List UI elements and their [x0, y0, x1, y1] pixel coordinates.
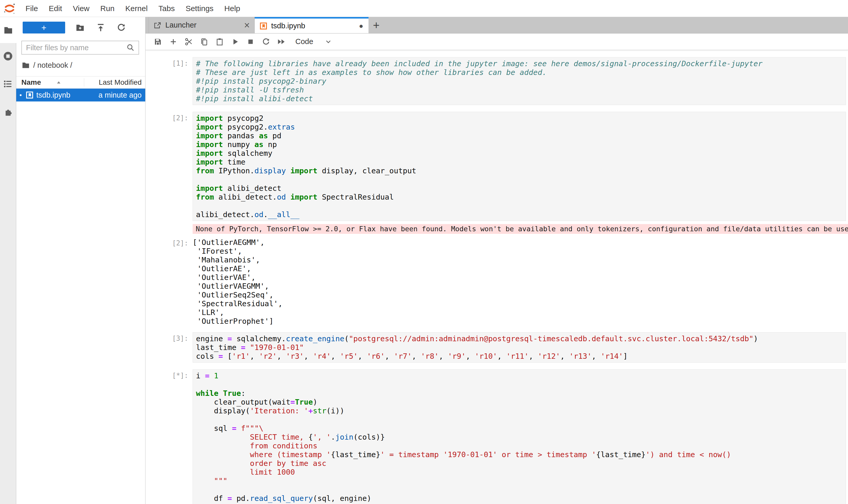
file-modified: a minute ago — [98, 91, 145, 100]
run-cell-button[interactable] — [231, 37, 240, 46]
notebook-scroll-area[interactable]: [1]:# The following libraries have alrea… — [145, 50, 848, 504]
code-cell-editor[interactable]: engine = sqlalchemy.create_engine("postg… — [193, 332, 846, 363]
code-cell-editor[interactable]: import psycopg2import psycopg2.extrasimp… — [193, 112, 846, 221]
tab-launcher[interactable]: Launcher × — [149, 17, 255, 33]
notebook-icon — [259, 22, 268, 30]
jupyterlab-app: FileEditViewRunKernelTabsSettingsHelp — [0, 0, 848, 504]
notebook-cell: [2]:import psycopg2import psycopg2.extra… — [145, 112, 848, 325]
file-filter-input[interactable] — [26, 43, 126, 52]
file-browser-toolbar: + — [16, 21, 145, 34]
launcher-icon — [154, 21, 162, 29]
restart-run-all-button[interactable] — [277, 37, 286, 46]
restart-kernel-button[interactable] — [261, 37, 271, 46]
paste-cells-button[interactable] — [215, 37, 224, 46]
notebook-icon — [25, 91, 34, 99]
save-button[interactable] — [153, 37, 162, 46]
menu-help[interactable]: Help — [219, 0, 246, 17]
breadcrumb-path: / notebook / — [33, 61, 72, 70]
running-kernels-tab-icon[interactable] — [2, 51, 14, 62]
menu-settings[interactable]: Settings — [180, 0, 219, 17]
input-prompt: [1]: — [145, 57, 193, 105]
tab-close-icon[interactable]: × — [244, 21, 250, 29]
main-row: + / notebook / — [0, 17, 848, 504]
notebook-toolbar-buttons — [153, 37, 292, 46]
dock-tab-bar: Launcher × tsdb.ipynb ● + — [145, 17, 848, 34]
copy-cells-button[interactable] — [200, 37, 209, 46]
interrupt-kernel-button[interactable] — [246, 37, 255, 46]
insert-cell-below-button[interactable] — [169, 37, 178, 46]
jupyter-logo-icon — [3, 2, 16, 15]
cut-cells-button[interactable] — [184, 37, 193, 46]
chevron-down-icon — [324, 38, 332, 46]
menu-bar: FileEditViewRunKernelTabsSettingsHelp — [0, 0, 848, 17]
stderr-warning-output: None of PyTorch, TensorFlow >= 2.0, or F… — [193, 224, 848, 234]
tab-tsdb-notebook[interactable]: tsdb.ipynb ● — [255, 17, 368, 33]
file-row[interactable]: •tsdb.ipynba minute ago — [16, 89, 145, 102]
menu-tabs[interactable]: Tabs — [153, 0, 180, 17]
menu-file[interactable]: File — [20, 0, 43, 17]
input-prompt: [*]: — [145, 369, 193, 504]
upload-button[interactable] — [95, 22, 106, 33]
extension-manager-tab-icon[interactable] — [2, 106, 14, 118]
notebook-cell: [3]:engine = sqlalchemy.create_engine("p… — [145, 332, 848, 363]
file-listing-header: Name Last Modified — [16, 76, 145, 89]
refresh-button[interactable] — [115, 22, 127, 33]
menu-view[interactable]: View — [68, 0, 95, 17]
file-filter-box — [21, 41, 139, 55]
cell-type-value: Code — [295, 37, 313, 46]
column-header-modified[interactable]: Last Modified — [84, 78, 145, 87]
new-tab-button[interactable]: + — [368, 17, 384, 33]
output-prompt-empty — [145, 224, 193, 234]
notebook-toolbar: Code — [145, 34, 848, 50]
sort-ascending-icon — [55, 79, 62, 86]
input-prompt: [2]: — [145, 112, 193, 221]
file-browser-tab-icon[interactable] — [3, 24, 14, 36]
menu-run[interactable]: Run — [95, 0, 120, 17]
new-launcher-button[interactable]: + — [23, 22, 65, 34]
new-folder-button[interactable] — [74, 22, 86, 33]
search-icon — [126, 43, 135, 52]
main-dock-panel: Launcher × tsdb.ipynb ● + Code — [145, 17, 848, 504]
menu-items: FileEditViewRunKernelTabsSettingsHelp — [20, 0, 246, 17]
folder-icon — [21, 61, 30, 70]
table-of-contents-tab-icon[interactable] — [2, 78, 14, 90]
breadcrumb[interactable]: / notebook / — [16, 61, 145, 70]
unsaved-file-dot: • — [17, 91, 24, 99]
unsaved-changes-dot[interactable]: ● — [359, 22, 363, 30]
notebook-cell: [*]:i = 1 while True: clear_output(wait=… — [145, 369, 848, 504]
tab-notebook-label: tsdb.ipynb — [271, 22, 305, 30]
cell-type-dropdown[interactable]: Code — [295, 37, 332, 46]
file-listing: •tsdb.ipynba minute ago — [16, 89, 145, 102]
tab-launcher-label: Launcher — [165, 21, 197, 29]
input-prompt: [3]: — [145, 332, 193, 363]
menu-edit[interactable]: Edit — [43, 0, 68, 17]
menu-kernel[interactable]: Kernel — [120, 0, 153, 17]
left-activity-bar — [0, 17, 16, 504]
code-cell-editor[interactable]: i = 1 while True: clear_output(wait=True… — [193, 369, 846, 504]
execute-result-output: ['OutlierAEGMM', 'IForest', 'Mahalanobis… — [193, 237, 848, 325]
file-browser-panel: + / notebook / — [16, 17, 145, 504]
notebook-cell: [1]:# The following libraries have alrea… — [145, 57, 848, 105]
column-header-name[interactable]: Name — [16, 78, 84, 87]
output-prompt: [2]: — [145, 237, 193, 325]
code-cell-editor[interactable]: # The following libraries have already b… — [193, 57, 846, 105]
file-name: tsdb.ipynb — [36, 91, 98, 100]
